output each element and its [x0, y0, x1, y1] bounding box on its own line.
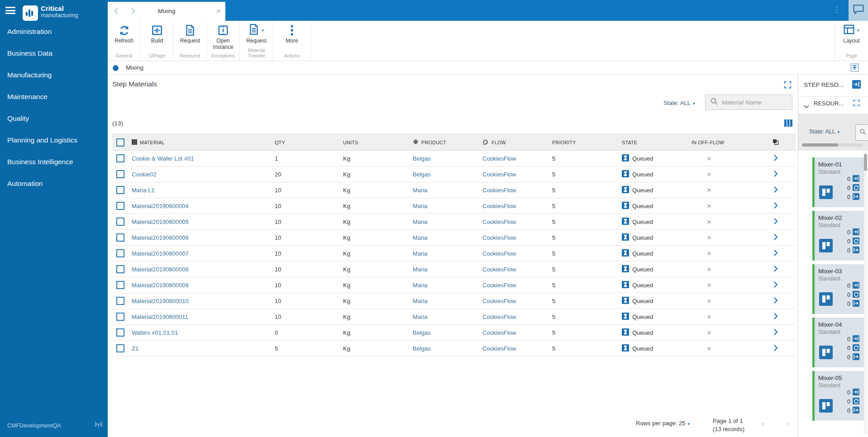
row-checkbox[interactable]: [116, 218, 124, 226]
flow-link[interactable]: CookiesFlow: [482, 218, 516, 225]
table-row[interactable]: Material20190600010 10 Kg Maria CookiesF…: [112, 293, 796, 309]
tab-close-icon[interactable]: ×: [216, 2, 221, 21]
resource-card[interactable]: Mixer-03 Standard 0 0 0: [812, 264, 864, 314]
col-header-flow[interactable]: FLOW: [491, 140, 506, 145]
sidebar-menu-item[interactable]: Quality: [0, 108, 108, 129]
resource-search-button[interactable]: [855, 124, 868, 141]
table-row[interactable]: Material20190600005 10 Kg Maria CookiesF…: [112, 214, 796, 230]
product-link[interactable]: Maria: [413, 218, 428, 225]
resource-card[interactable]: Mixer-02 Standard 0 0 0: [812, 211, 864, 261]
select-all-checkbox[interactable]: [116, 138, 124, 147]
vertical-scrollbar-thumb[interactable]: [864, 154, 867, 171]
sidebar-menu-item[interactable]: Planning and Logistics: [0, 129, 108, 151]
layout-button[interactable]: ▼ Layout Page: [835, 21, 868, 61]
material-link[interactable]: Material20190600009: [132, 282, 189, 289]
build-button[interactable]: Build UIPage: [141, 21, 174, 61]
chevron-right-icon[interactable]: [774, 250, 778, 257]
previous-page-icon[interactable]: ‹: [762, 418, 764, 428]
row-checkbox[interactable]: [116, 249, 124, 257]
hamburger-menu-icon[interactable]: [5, 7, 15, 14]
col-header-units[interactable]: UNITS: [338, 140, 407, 145]
material-link[interactable]: Z1: [132, 345, 138, 352]
flow-link[interactable]: CookiesFlow: [482, 171, 516, 178]
material-link[interactable]: Material20190600010: [132, 298, 189, 304]
row-checkbox[interactable]: [116, 313, 124, 321]
flow-link[interactable]: CookiesFlow: [482, 250, 516, 257]
resource-dashboard-icon[interactable]: [819, 185, 833, 201]
rows-per-page-value[interactable]: 25: [679, 420, 685, 427]
flow-link[interactable]: CookiesFlow: [482, 329, 516, 336]
table-row[interactable]: Z1 5 Kg Belgas CookiesFlow 5 Queued ×: [112, 341, 796, 356]
row-checkbox[interactable]: [116, 202, 124, 210]
next-page-icon[interactable]: ›: [787, 418, 789, 428]
feedback-chat-button[interactable]: [849, 0, 868, 21]
vertical-scrollbar[interactable]: [864, 153, 867, 434]
row-checkbox[interactable]: [116, 297, 124, 305]
col-header-in-off-flow[interactable]: IN OFF-FLOW: [686, 140, 756, 145]
flow-link[interactable]: CookiesFlow: [482, 234, 516, 241]
open-panel-arrow-icon[interactable]: [852, 80, 861, 90]
sidebar-menu-item[interactable]: Maintenance: [0, 86, 108, 108]
sidebar-menu-item[interactable]: Business Intelligence: [0, 151, 108, 173]
resource-dashboard-icon[interactable]: [819, 292, 833, 308]
expand-fullscreen-icon[interactable]: [784, 81, 792, 90]
flow-link[interactable]: CookiesFlow: [482, 314, 516, 320]
flow-link[interactable]: CookiesFlow: [482, 282, 516, 289]
product-link[interactable]: Belgas: [413, 155, 431, 162]
chevron-right-icon[interactable]: [774, 218, 778, 226]
row-checkbox[interactable]: [116, 328, 124, 337]
request-material-transfer-button[interactable]: ▼ Request Material Transfer: [240, 21, 273, 61]
chevron-right-icon[interactable]: [774, 234, 778, 242]
chevron-right-icon[interactable]: [774, 202, 778, 210]
table-row[interactable]: Wafers #01.01.01 0 Kg Belgas CookiesFlow…: [112, 325, 796, 341]
flow-link[interactable]: CookiesFlow: [482, 266, 516, 273]
expand-section-icon[interactable]: [853, 100, 860, 108]
material-name-search-input[interactable]: [722, 99, 787, 106]
horizontal-scrollbar[interactable]: [802, 143, 863, 147]
row-checkbox[interactable]: [116, 281, 124, 289]
material-link[interactable]: Wafers #01.01.01: [132, 329, 178, 336]
product-link[interactable]: Maria: [413, 266, 428, 273]
sidebar-menu-item[interactable]: Business Data: [0, 43, 108, 64]
product-link[interactable]: Maria: [413, 298, 428, 304]
refresh-button[interactable]: Refresh General: [108, 21, 141, 61]
column-chooser-icon[interactable]: [784, 119, 793, 129]
resource-dashboard-icon[interactable]: [819, 346, 833, 361]
chevron-right-icon[interactable]: [774, 171, 778, 178]
overflow-dots-icon[interactable]: [836, 6, 838, 14]
open-instance-button[interactable]: Open Instance Exceptions: [207, 21, 240, 61]
chevron-right-icon[interactable]: [774, 281, 778, 289]
col-header-material[interactable]: MATERIAL: [140, 140, 165, 145]
material-link[interactable]: Material20190600005: [132, 218, 189, 225]
sidebar-menu-item[interactable]: Administration: [0, 21, 108, 43]
flow-link[interactable]: CookiesFlow: [482, 298, 516, 304]
collapse-section-chevron-icon[interactable]: [804, 102, 809, 110]
product-link[interactable]: Belgas: [413, 345, 431, 352]
product-link[interactable]: Belgas: [413, 329, 431, 336]
chevron-right-icon[interactable]: [774, 345, 778, 352]
chevron-right-icon[interactable]: [774, 297, 778, 305]
chevron-right-icon[interactable]: [774, 186, 778, 194]
chevron-right-icon[interactable]: [774, 313, 778, 321]
material-link[interactable]: Material20190600008: [132, 266, 189, 273]
table-row[interactable]: Material20190600009 10 Kg Maria CookiesF…: [112, 277, 796, 293]
product-link[interactable]: Maria: [413, 187, 428, 194]
rows-per-page-control[interactable]: Rows per page: 25 ▼: [636, 420, 691, 427]
chevron-right-icon[interactable]: [774, 329, 778, 337]
table-row[interactable]: Material20190600007 10 Kg Maria CookiesF…: [112, 246, 796, 261]
material-link[interactable]: Material20190600011: [132, 314, 188, 320]
product-link[interactable]: Maria: [413, 203, 428, 209]
flow-link[interactable]: CookiesFlow: [482, 187, 516, 194]
material-link[interactable]: Material20190600007: [132, 250, 189, 257]
table-row[interactable]: Cookie02 20 Kg Belgas CookiesFlow 5 Queu…: [112, 166, 796, 182]
row-checkbox[interactable]: [116, 186, 124, 194]
product-link[interactable]: Maria: [413, 282, 428, 289]
table-row[interactable]: Cookie & Wafer Lot #01 1 Kg Belgas Cooki…: [112, 151, 796, 166]
state-filter-dropdown[interactable]: State: ALL ▼: [663, 100, 696, 106]
material-link[interactable]: Material20190600006: [132, 234, 189, 241]
row-checkbox[interactable]: [116, 344, 124, 352]
material-link[interactable]: Material20190600004: [132, 203, 189, 209]
row-checkbox[interactable]: [116, 154, 124, 162]
chevron-right-icon[interactable]: [774, 155, 778, 162]
flow-link[interactable]: CookiesFlow: [482, 155, 516, 162]
